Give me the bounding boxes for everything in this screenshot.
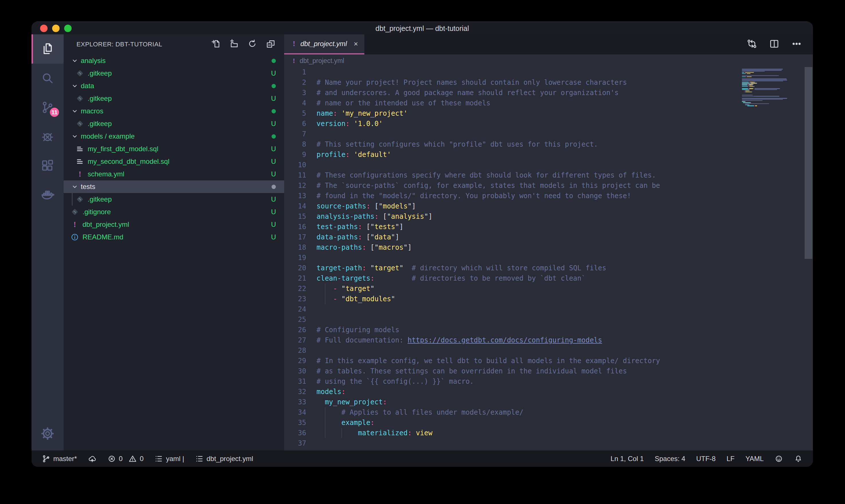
code-line-27[interactable]: 27# Full documentation: https://docs.get… <box>284 335 813 345</box>
title-bar: dbt_project.yml — dbt-tutorial <box>32 21 813 34</box>
tree-file--gitignore[interactable]: .gitignoreU <box>64 205 284 218</box>
code-line-24[interactable]: 24 <box>284 304 813 314</box>
tree-file-readme-md[interactable]: README.mdU <box>64 231 284 244</box>
tree-folder-data[interactable]: data <box>64 79 284 92</box>
status-ln-1-col-1[interactable]: Ln 1, Col 1 <box>611 455 644 463</box>
code-text: test-paths: ["tests"] <box>317 222 403 232</box>
code-line-37[interactable]: 37 <box>284 438 813 448</box>
code-line-6[interactable]: 6version: '1.0.0' <box>284 119 813 129</box>
code-line-17[interactable]: 17data-paths: ["data"] <box>284 232 813 242</box>
activity-files-icon[interactable] <box>32 34 64 64</box>
status-error-circle[interactable]: 0 <box>107 454 123 463</box>
tree-file-my-first-dbt-model-sql[interactable]: my_first_dbt_model.sqlU <box>64 143 284 155</box>
tab-bar: ! dbt_project.yml × <box>284 34 813 54</box>
code-line-7[interactable]: 7 <box>284 129 813 139</box>
collapse-all-icon[interactable] <box>266 39 275 50</box>
code-text: source-paths: ["models"] <box>317 201 416 211</box>
code-line-20[interactable]: 20target-path: "target" # directory whic… <box>284 263 813 273</box>
tree-file-schema-yml[interactable]: !schema.ymlU <box>64 168 284 180</box>
tree-item-label: .gitignore <box>83 208 111 216</box>
status-cloud-upload[interactable] <box>88 454 96 463</box>
code-line-9[interactable]: 9profile: 'default' <box>284 149 813 160</box>
tree-folder-analysis[interactable]: analysis <box>64 54 284 67</box>
code-line-16[interactable]: 16test-paths: ["tests"] <box>284 222 813 232</box>
activity-debug-icon[interactable] <box>32 122 64 151</box>
status-utf-8[interactable]: UTF-8 <box>696 455 716 463</box>
tree-item-label: macros <box>81 107 103 115</box>
code-line-4[interactable]: 4# name or the intended use of these mod… <box>284 98 813 108</box>
tree-folder-models-example[interactable]: models / example <box>64 130 284 143</box>
tree-item-label: .gitkeep <box>88 195 112 203</box>
code-line-11[interactable]: 11# These configurations specify where d… <box>284 170 813 180</box>
status-outline-list[interactable]: dbt_project.yml <box>195 454 253 463</box>
code-line-2[interactable]: 2# Name your project! Project names shou… <box>284 77 813 88</box>
activity-source-control-icon[interactable]: 11 <box>32 93 64 122</box>
tab-dbt-project-yml[interactable]: ! dbt_project.yml × <box>284 34 364 54</box>
status-lf[interactable]: LF <box>726 455 734 463</box>
code-line-18[interactable]: 18macro-paths: ["macros"] <box>284 242 813 253</box>
code-line-8[interactable]: 8# This setting configures which "profil… <box>284 139 813 149</box>
code-line-10[interactable]: 10 <box>284 160 813 170</box>
tree-file--gitkeep[interactable]: .gitkeepU <box>64 193 284 205</box>
code-line-34[interactable]: 34 # Applies to all files under models/e… <box>284 407 813 417</box>
code-line-22[interactable]: 22 - "target" <box>284 284 813 294</box>
tree-file--gitkeep[interactable]: .gitkeepU <box>64 67 284 79</box>
close-tab-icon[interactable]: × <box>354 39 358 48</box>
line-number: 24 <box>284 304 317 314</box>
activity-search-icon[interactable] <box>32 64 64 93</box>
tree-file--gitkeep[interactable]: .gitkeepU <box>64 118 284 130</box>
code-text: analysis-paths: ["analysis"] <box>317 211 433 222</box>
code-line-3[interactable]: 3# and underscores. A good package name … <box>284 88 813 98</box>
status-outline-list[interactable]: yaml | <box>155 454 184 463</box>
code-line-21[interactable]: 21clean-targets: # directories to be rem… <box>284 273 813 284</box>
open-changes-icon[interactable] <box>747 38 757 50</box>
status-bell[interactable] <box>794 454 803 463</box>
status-yaml[interactable]: YAML <box>745 455 763 463</box>
more-actions-icon[interactable] <box>791 38 802 50</box>
code-line-12[interactable]: 12# The `source-paths` config, for examp… <box>284 180 813 191</box>
editor-group: ! dbt_project.yml × ! dbt_project.yml 12… <box>284 34 813 450</box>
code-line-30[interactable]: 30# as tables. These settings can be ove… <box>284 366 813 376</box>
new-folder-icon[interactable] <box>229 39 239 50</box>
new-file-icon[interactable] <box>211 39 220 50</box>
refresh-icon[interactable] <box>248 39 257 50</box>
tree-folder-tests[interactable]: tests <box>64 180 284 193</box>
activity-gear-icon[interactable] <box>32 419 64 448</box>
code-line-25[interactable]: 25 <box>284 314 813 325</box>
activity-docker-icon[interactable] <box>32 180 64 210</box>
split-editor-icon[interactable] <box>769 38 780 50</box>
code-line-28[interactable]: 28 <box>284 345 813 356</box>
status-smiley[interactable] <box>775 454 783 463</box>
code-line-14[interactable]: 14source-paths: ["models"] <box>284 201 813 211</box>
editor-scrollbar[interactable] <box>805 67 812 259</box>
status-label: master* <box>53 455 77 463</box>
code-line-23[interactable]: 23 - "dbt_modules" <box>284 294 813 304</box>
code-line-19[interactable]: 19 <box>284 253 813 263</box>
code-line-35[interactable]: 35 example: <box>284 417 813 428</box>
minimap[interactable] <box>742 68 804 450</box>
tree-file--gitkeep[interactable]: .gitkeepU <box>64 92 284 105</box>
code-line-26[interactable]: 26# Configuring models <box>284 325 813 335</box>
tree-folder-macros[interactable]: macros <box>64 105 284 118</box>
status-label: YAML <box>745 455 763 463</box>
code-line-36[interactable]: 36 materialized: view <box>284 428 813 438</box>
status-warning-triangle[interactable]: 0 <box>128 454 144 463</box>
code-line-5[interactable]: 5name: 'my_new_project' <box>284 108 813 119</box>
code-line-15[interactable]: 15analysis-paths: ["analysis"] <box>284 211 813 222</box>
code-editor[interactable]: 12# Name your project! Project names sho… <box>284 67 813 450</box>
status-spaces-4[interactable]: Spaces: 4 <box>655 455 685 463</box>
code-line-32[interactable]: 32models: <box>284 386 813 397</box>
code-text: macro-paths: ["macros"] <box>317 242 412 253</box>
breadcrumb[interactable]: ! dbt_project.yml <box>284 54 813 67</box>
line-number: 29 <box>284 356 317 366</box>
activity-extensions-icon[interactable] <box>32 151 64 180</box>
status-label: 0 <box>140 455 144 463</box>
code-line-29[interactable]: 29# In this example config, we tell dbt … <box>284 356 813 366</box>
code-line-1[interactable]: 1 <box>284 67 813 77</box>
tree-file-my-second-dbt-model-sql[interactable]: my_second_dbt_model.sqlU <box>64 155 284 168</box>
code-line-33[interactable]: 33 my_new_project: <box>284 397 813 407</box>
code-line-31[interactable]: 31# using the `{{ config(...) }}` macro. <box>284 376 813 386</box>
tree-file-dbt-project-yml[interactable]: !dbt_project.ymlU <box>64 218 284 231</box>
status-git-branch[interactable]: master* <box>42 454 77 463</box>
code-line-13[interactable]: 13# found in the "models/" directory. Yo… <box>284 191 813 201</box>
